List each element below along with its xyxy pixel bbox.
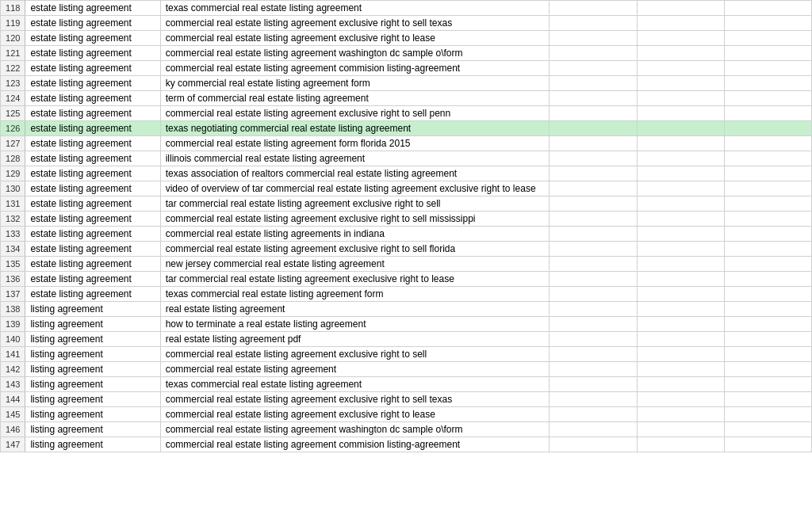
- row-number[interactable]: 121: [1, 46, 25, 61]
- col5-cell[interactable]: [724, 121, 811, 136]
- col2-cell[interactable]: commercial real estate listing agreement…: [160, 227, 550, 242]
- table-row[interactable]: 124estate listing agreementterm of comme…: [1, 91, 812, 106]
- col5-cell[interactable]: [724, 166, 811, 181]
- col2-cell[interactable]: real estate listing agreement pdf: [160, 332, 550, 347]
- table-row[interactable]: 135estate listing agreementnew jersey co…: [1, 257, 812, 272]
- table-row[interactable]: 118estate listing agreementtexas commerc…: [1, 1, 812, 16]
- table-row[interactable]: 144listing agreementcommercial real esta…: [1, 392, 812, 407]
- col5-cell[interactable]: [724, 151, 811, 166]
- col2-cell[interactable]: texas commercial real estate listing agr…: [160, 1, 550, 16]
- col4-cell[interactable]: [637, 91, 724, 106]
- col4-cell[interactable]: [637, 347, 724, 362]
- col4-cell[interactable]: [637, 121, 724, 136]
- col4-cell[interactable]: [637, 332, 724, 347]
- col3-cell[interactable]: [550, 437, 637, 452]
- col1-cell[interactable]: estate listing agreement: [25, 16, 160, 31]
- col1-cell[interactable]: estate listing agreement: [25, 181, 160, 196]
- col2-cell[interactable]: how to terminate a real estate listing a…: [160, 317, 550, 332]
- col5-cell[interactable]: [724, 106, 811, 121]
- col2-cell[interactable]: texas commercial real estate listing agr…: [160, 377, 550, 392]
- col1-cell[interactable]: estate listing agreement: [25, 166, 160, 181]
- col4-cell[interactable]: [637, 76, 724, 91]
- col5-cell[interactable]: [724, 46, 811, 61]
- table-row[interactable]: 129estate listing agreementtexas associa…: [1, 166, 812, 181]
- col2-cell[interactable]: commercial real estate listing agreement…: [160, 16, 550, 31]
- col1-cell[interactable]: estate listing agreement: [25, 61, 160, 76]
- table-row[interactable]: 125estate listing agreementcommercial re…: [1, 106, 812, 121]
- col5-cell[interactable]: [724, 422, 811, 437]
- col1-cell[interactable]: estate listing agreement: [25, 151, 160, 166]
- col3-cell[interactable]: [550, 196, 637, 212]
- row-number[interactable]: 144: [1, 392, 25, 407]
- col1-cell[interactable]: listing agreement: [25, 332, 160, 347]
- col5-cell[interactable]: [724, 332, 811, 347]
- col3-cell[interactable]: [550, 257, 637, 272]
- table-row[interactable]: 123estate listing agreementky commercial…: [1, 76, 812, 91]
- col2-cell[interactable]: commercial real estate listing agreement…: [160, 347, 550, 362]
- col3-cell[interactable]: [550, 46, 637, 61]
- col1-cell[interactable]: estate listing agreement: [25, 212, 160, 227]
- col4-cell[interactable]: [637, 407, 724, 422]
- col5-cell[interactable]: [724, 377, 811, 392]
- col4-cell[interactable]: [637, 317, 724, 332]
- col4-cell[interactable]: [637, 227, 724, 242]
- col3-cell[interactable]: [550, 242, 637, 257]
- col2-cell[interactable]: commercial real estate listing agreement…: [160, 106, 550, 121]
- col3-cell[interactable]: [550, 332, 637, 347]
- col3-cell[interactable]: [550, 407, 637, 422]
- col1-cell[interactable]: estate listing agreement: [25, 76, 160, 91]
- col3-cell[interactable]: [550, 16, 637, 31]
- col4-cell[interactable]: [637, 272, 724, 287]
- row-number[interactable]: 129: [1, 166, 25, 181]
- row-number[interactable]: 138: [1, 302, 25, 317]
- col5-cell[interactable]: [724, 242, 811, 257]
- table-row[interactable]: 133estate listing agreementcommercial re…: [1, 227, 812, 242]
- col1-cell[interactable]: listing agreement: [25, 347, 160, 362]
- col5-cell[interactable]: [724, 362, 811, 377]
- col5-cell[interactable]: [724, 16, 811, 31]
- col3-cell[interactable]: [550, 61, 637, 76]
- col1-cell[interactable]: listing agreement: [25, 392, 160, 407]
- row-number[interactable]: 133: [1, 227, 25, 242]
- col5-cell[interactable]: [724, 392, 811, 407]
- row-number[interactable]: 120: [1, 31, 25, 46]
- table-row[interactable]: 120estate listing agreementcommercial re…: [1, 31, 812, 46]
- col5-cell[interactable]: [724, 257, 811, 272]
- row-number[interactable]: 135: [1, 257, 25, 272]
- col2-cell[interactable]: illinois commercial real estate listing …: [160, 151, 550, 166]
- col3-cell[interactable]: [550, 151, 637, 166]
- row-number[interactable]: 146: [1, 422, 25, 437]
- row-number[interactable]: 130: [1, 181, 25, 196]
- col1-cell[interactable]: estate listing agreement: [25, 91, 160, 106]
- col3-cell[interactable]: [550, 166, 637, 181]
- table-row[interactable]: 128estate listing agreementillinois comm…: [1, 151, 812, 166]
- col1-cell[interactable]: listing agreement: [25, 437, 160, 452]
- col1-cell[interactable]: estate listing agreement: [25, 31, 160, 46]
- col2-cell[interactable]: real estate listing agreement: [160, 302, 550, 317]
- row-number[interactable]: 118: [1, 1, 25, 16]
- col2-cell[interactable]: ky commercial real estate listing agreem…: [160, 76, 550, 91]
- row-number[interactable]: 123: [1, 76, 25, 91]
- col3-cell[interactable]: [550, 31, 637, 46]
- col4-cell[interactable]: [637, 31, 724, 46]
- col1-cell[interactable]: listing agreement: [25, 362, 160, 377]
- col4-cell[interactable]: [637, 437, 724, 452]
- col3-cell[interactable]: [550, 422, 637, 437]
- col5-cell[interactable]: [724, 317, 811, 332]
- col5-cell[interactable]: [724, 302, 811, 317]
- col3-cell[interactable]: [550, 302, 637, 317]
- row-number[interactable]: 136: [1, 272, 25, 287]
- col3-cell[interactable]: [550, 347, 637, 362]
- col1-cell[interactable]: listing agreement: [25, 317, 160, 332]
- table-row[interactable]: 147listing agreementcommercial real esta…: [1, 437, 812, 452]
- col1-cell[interactable]: listing agreement: [25, 422, 160, 437]
- col3-cell[interactable]: [550, 106, 637, 121]
- table-row[interactable]: 142listing agreementcommercial real esta…: [1, 362, 812, 377]
- col3-cell[interactable]: [550, 287, 637, 302]
- col4-cell[interactable]: [637, 46, 724, 61]
- table-row[interactable]: 126estate listing agreementtexas negotia…: [1, 121, 812, 136]
- col5-cell[interactable]: [724, 61, 811, 76]
- col4-cell[interactable]: [637, 61, 724, 76]
- table-row[interactable]: 127estate listing agreementcommercial re…: [1, 136, 812, 151]
- col5-cell[interactable]: [724, 407, 811, 422]
